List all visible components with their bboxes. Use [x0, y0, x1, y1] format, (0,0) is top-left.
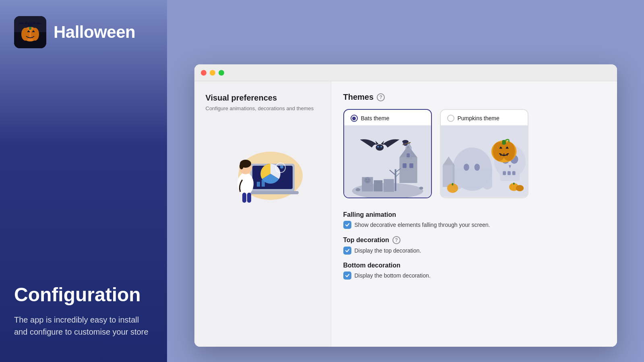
top-decoration-checkbox[interactable] — [343, 247, 351, 255]
bats-theme-image — [344, 125, 431, 197]
pumpkins-scene-svg — [441, 125, 528, 197]
svg-rect-39 — [402, 163, 407, 168]
bottom-decoration-title: Bottom decoration — [343, 262, 605, 269]
svg-rect-16 — [262, 180, 265, 187]
svg-rect-67 — [512, 171, 515, 175]
svg-point-34 — [368, 179, 369, 180]
svg-point-33 — [365, 179, 367, 180]
bats-theme-header: Bats theme — [344, 110, 431, 125]
traffic-light-red[interactable] — [201, 70, 206, 76]
bats-theme-card[interactable]: Bats theme — [343, 109, 432, 198]
svg-rect-40 — [409, 163, 413, 168]
window-body: Visual preferences Configure animations,… — [194, 81, 617, 347]
themes-help-icon[interactable]: ? — [377, 93, 385, 101]
svg-rect-41 — [407, 153, 410, 157]
svg-point-60 — [474, 164, 480, 171]
check-icon-2 — [345, 248, 350, 253]
svg-rect-65 — [503, 171, 506, 175]
svg-rect-27 — [362, 184, 373, 191]
traffic-light-yellow[interactable] — [210, 70, 215, 76]
svg-rect-81 — [452, 183, 453, 185]
top-decoration-row: Display the top decoration. — [343, 247, 605, 255]
pumpkins-theme-name: Pumpkins theme — [458, 115, 500, 121]
bats-radio[interactable] — [351, 115, 358, 122]
config-title: Configuration — [14, 284, 153, 306]
pumpkins-theme-image — [441, 125, 528, 197]
falling-animation-label: Falling animation — [343, 211, 396, 218]
svg-point-4 — [31, 28, 39, 41]
bottom-decoration-checkbox[interactable] — [343, 272, 351, 280]
bottom-decoration-row: Display the bottom decoration. — [343, 272, 605, 280]
svg-rect-76 — [513, 183, 514, 185]
falling-animation-row-text: Show decorative elements falling through… — [355, 222, 490, 228]
svg-rect-23 — [247, 193, 251, 203]
svg-point-77 — [516, 185, 524, 191]
bats-scene-svg — [344, 125, 431, 197]
falling-animation-title: Falling animation — [343, 211, 605, 218]
window-titlebar — [194, 64, 617, 81]
svg-point-8 — [28, 23, 33, 27]
svg-rect-66 — [507, 171, 510, 175]
config-description: The app is incredibly easy to install an… — [14, 314, 153, 338]
svg-rect-29 — [374, 186, 382, 191]
check-icon-3 — [345, 273, 350, 278]
bottom-decoration-row-text: Display the bottom decoration. — [355, 272, 431, 279]
svg-point-46 — [376, 144, 384, 151]
svg-point-50 — [380, 146, 382, 148]
svg-rect-5 — [29, 27, 31, 30]
themes-section-label: Themes ? — [343, 93, 605, 102]
themes-grid: Bats theme — [343, 109, 605, 198]
app-icon-svg — [14, 16, 46, 48]
svg-rect-22 — [242, 193, 246, 203]
pumpkins-theme-card[interactable]: Pumpkins theme — [440, 109, 528, 198]
app-icon — [14, 16, 46, 48]
top-decoration-title: Top decoration ? — [343, 236, 605, 244]
sidebar-bottom: Configuration The app is incredibly easy… — [14, 284, 153, 338]
panel-subtitle: Configure animations, decorations and th… — [206, 105, 320, 112]
app-window: Visual preferences Configure animations,… — [194, 64, 617, 347]
right-panel: Themes ? Bats theme — [331, 81, 617, 347]
falling-animation-row: Show decorative elements falling through… — [343, 221, 605, 229]
svg-point-14 — [280, 165, 283, 169]
check-icon — [345, 222, 350, 227]
svg-point-49 — [377, 146, 379, 148]
svg-point-52 — [402, 140, 409, 143]
pumpkins-radio[interactable] — [447, 115, 454, 122]
panel-title: Visual preferences — [206, 93, 320, 103]
illustration-svg — [218, 123, 307, 204]
sidebar: Halloween Configuration The app is incre… — [0, 0, 167, 362]
top-decoration-row-text: Display the top decoration. — [355, 247, 421, 254]
bats-theme-name: Bats theme — [361, 115, 390, 121]
svg-rect-58 — [452, 169, 492, 187]
bottom-decoration-section: Bottom decoration Display the bottom dec… — [343, 262, 605, 280]
svg-point-55 — [419, 187, 423, 189]
svg-point-70 — [502, 142, 515, 161]
app-title: Halloween — [54, 23, 135, 42]
svg-point-54 — [355, 188, 360, 191]
main-content: Visual preferences Configure animations,… — [167, 0, 644, 362]
bottom-decoration-label: Bottom decoration — [343, 262, 400, 269]
svg-point-32 — [364, 177, 371, 183]
svg-rect-15 — [257, 182, 260, 187]
svg-rect-62 — [500, 169, 520, 181]
pumpkins-theme-header: Pumpkins theme — [441, 110, 528, 125]
svg-rect-17 — [246, 191, 299, 194]
falling-animation-checkbox[interactable] — [343, 221, 351, 229]
svg-rect-31 — [384, 185, 394, 192]
panel-illustration — [206, 123, 320, 204]
falling-animation-section: Falling animation Show decorative elemen… — [343, 211, 605, 229]
left-panel: Visual preferences Configure animations,… — [194, 81, 331, 347]
svg-point-59 — [463, 164, 469, 171]
svg-point-21 — [239, 163, 244, 169]
themes-label: Themes — [343, 93, 374, 102]
svg-rect-35 — [399, 157, 417, 183]
top-decoration-help-icon[interactable]: ? — [392, 236, 400, 244]
svg-point-3 — [21, 28, 29, 41]
top-decoration-label: Top decoration — [343, 237, 389, 244]
sidebar-header: Halloween — [0, 0, 167, 60]
top-decoration-section: Top decoration ? Display the top decorat… — [343, 236, 605, 255]
traffic-light-green[interactable] — [219, 70, 224, 76]
